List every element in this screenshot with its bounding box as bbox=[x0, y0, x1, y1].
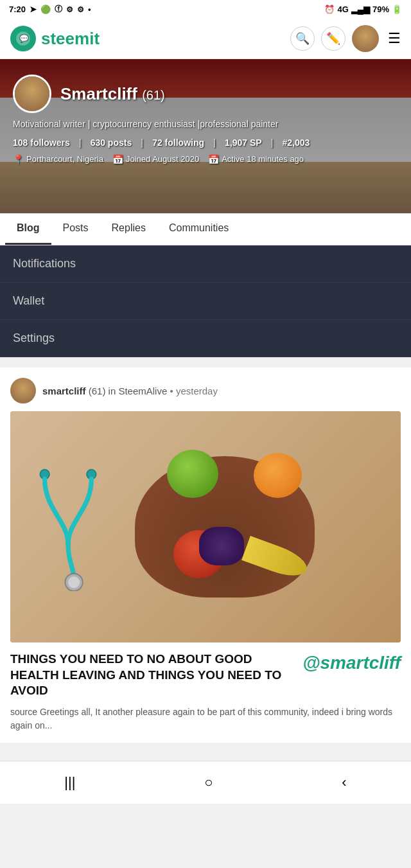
content-area: smartcliff (61) in SteemAlive • yesterda… bbox=[0, 357, 411, 761]
svg-point-5 bbox=[68, 576, 80, 588]
status-right: ⏰ 4G ▂▄▆ 79% 🔋 bbox=[324, 4, 402, 14]
search-icon: 🔍 bbox=[295, 31, 310, 46]
edit-icon: ✏️ bbox=[326, 31, 340, 46]
time: 7:20 bbox=[9, 4, 26, 14]
joined-meta: 📅 Joined August 2020 bbox=[112, 154, 199, 164]
posts-count: 630 posts bbox=[91, 137, 132, 148]
grapes bbox=[199, 527, 244, 565]
joined-text: Joined August 2020 bbox=[126, 154, 199, 164]
stethoscope-image bbox=[23, 463, 113, 591]
profile-name-container: Smartcliff (61) bbox=[60, 84, 165, 104]
location-arrow-icon: ➤ bbox=[30, 4, 37, 14]
signal-label: 4G bbox=[337, 4, 348, 14]
menu-wallet[interactable]: Wallet bbox=[0, 283, 411, 320]
logo-container: 💬 steemit bbox=[10, 26, 100, 51]
post-excerpt: source Greetings all, It another pleasur… bbox=[10, 705, 401, 732]
post-rep: (61) bbox=[89, 385, 106, 396]
home-button[interactable]: ○ bbox=[189, 769, 228, 796]
search-button[interactable]: 🔍 bbox=[290, 26, 315, 51]
location-icon: 📍 bbox=[13, 154, 24, 164]
fruit-bowl bbox=[135, 456, 315, 598]
post-header: smartcliff (61) in SteemAlive • yesterda… bbox=[10, 378, 401, 403]
dot-icon: • bbox=[88, 4, 91, 14]
header-actions: 🔍 ✏️ ☰ bbox=[290, 25, 401, 52]
active-icon: 📅 bbox=[208, 154, 219, 164]
post-community[interactable]: SteemAlive bbox=[118, 385, 167, 396]
hamburger-menu[interactable]: ☰ bbox=[388, 30, 401, 47]
signal-bars: ▂▄▆ bbox=[351, 4, 370, 14]
profile-rep: (61) bbox=[142, 88, 165, 102]
profile-bio: Motivational writer | cryptocurrency ent… bbox=[13, 118, 278, 131]
user-avatar-header[interactable] bbox=[352, 25, 379, 52]
profile-banner: Smartcliff (61) Motivational writer | cr… bbox=[0, 59, 411, 213]
menu-settings[interactable]: Settings bbox=[0, 320, 411, 357]
profile-stats: 108 followers | 630 posts | 72 following… bbox=[13, 137, 310, 148]
active-meta: 📅 Active 18 minutes ago bbox=[208, 154, 304, 164]
stat-divider-2: | bbox=[141, 137, 143, 148]
header: 💬 steemit 🔍 ✏️ ☰ bbox=[0, 19, 411, 59]
profile-tabs: Blog Posts Replies Communities bbox=[0, 213, 411, 245]
bottom-nav: ||| ○ ‹ bbox=[0, 761, 411, 804]
post-meta: smartcliff (61) in SteemAlive • yesterda… bbox=[42, 385, 218, 396]
menu-section: Notifications Wallet Settings bbox=[0, 245, 411, 357]
edit-button[interactable]: ✏️ bbox=[321, 26, 345, 51]
banana bbox=[241, 536, 311, 582]
location-text: Portharcourt, Nigeria bbox=[26, 154, 103, 164]
post-time: • bbox=[170, 385, 175, 396]
profile-avatar bbox=[13, 75, 51, 113]
tab-posts[interactable]: Posts bbox=[51, 213, 100, 245]
tab-blog[interactable]: Blog bbox=[5, 213, 51, 245]
fruit-image-bg bbox=[10, 411, 401, 642]
settings-icon-2: ⚙ bbox=[77, 5, 84, 14]
stat-divider-3: | bbox=[213, 137, 216, 148]
name-text: Smartcliff bbox=[60, 84, 137, 103]
steemit-svg: 💬 bbox=[15, 31, 31, 46]
location-meta: 📍 Portharcourt, Nigeria bbox=[13, 154, 103, 164]
profile-name: Smartcliff (61) bbox=[60, 84, 165, 103]
status-left: 7:20 ➤ 🟢 ⓕ ⚙ ⚙ • bbox=[9, 4, 91, 15]
tab-replies[interactable]: Replies bbox=[100, 213, 157, 245]
post-author-avatar bbox=[10, 378, 36, 403]
facebook-icon: ⓕ bbox=[55, 4, 62, 15]
post-card: smartcliff (61) in SteemAlive • yesterda… bbox=[0, 368, 411, 743]
calendar-icon: 📅 bbox=[112, 154, 123, 164]
post-time-value: yesterday bbox=[176, 385, 218, 396]
sp-count: 1,907 SP bbox=[225, 137, 262, 148]
profile-meta: 📍 Portharcourt, Nigeria 📅 Joined August … bbox=[13, 154, 304, 164]
orange bbox=[254, 453, 302, 498]
post-watermark: @smartcliff bbox=[302, 651, 401, 675]
post-image bbox=[10, 411, 401, 642]
post-title: @smartcliff THINGS YOU NEED TO NO ABOUT … bbox=[10, 651, 401, 699]
settings-icon: ⚙ bbox=[66, 5, 73, 14]
steemit-logo-icon: 💬 bbox=[10, 26, 36, 51]
battery-level: 79% bbox=[372, 4, 389, 14]
svg-text:💬: 💬 bbox=[19, 33, 29, 43]
stat-divider-1: | bbox=[79, 137, 82, 148]
green-apple bbox=[167, 450, 218, 498]
menu-notifications[interactable]: Notifications bbox=[0, 245, 411, 283]
profile-info: Smartcliff (61) Motivational writer | cr… bbox=[0, 59, 411, 213]
active-text: Active 18 minutes ago bbox=[222, 154, 304, 164]
avatar-face bbox=[15, 76, 49, 111]
post-community-label: in bbox=[109, 385, 119, 396]
battery-icon: 🔋 bbox=[392, 4, 402, 14]
following-count: 72 following bbox=[152, 137, 204, 148]
rank: #2,003 bbox=[282, 137, 310, 148]
followers-count: 108 followers bbox=[13, 137, 70, 148]
post-username[interactable]: smartcliff bbox=[42, 385, 86, 396]
logo-text: steemit bbox=[41, 29, 100, 49]
back-button[interactable]: ‹ bbox=[326, 769, 362, 796]
alarm-icon: ⏰ bbox=[324, 4, 335, 14]
app-icon-1: 🟢 bbox=[40, 4, 51, 14]
status-bar: 7:20 ➤ 🟢 ⓕ ⚙ ⚙ • ⏰ 4G ▂▄▆ 79% 🔋 bbox=[0, 0, 411, 19]
stat-divider-4: | bbox=[271, 137, 274, 148]
recent-apps-button[interactable]: ||| bbox=[49, 769, 91, 796]
profile-top: Smartcliff (61) bbox=[13, 75, 165, 113]
tab-communities[interactable]: Communities bbox=[157, 213, 240, 245]
